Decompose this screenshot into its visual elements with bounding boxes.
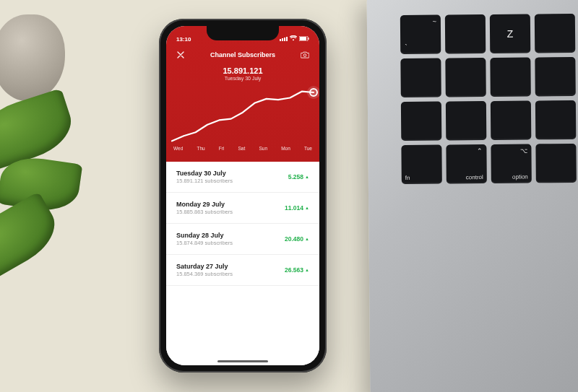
row-subscribers: 15.874.849 subscribers [176, 240, 233, 246]
svg-rect-1 [300, 37, 306, 40]
caret-up-icon: ▲ [305, 237, 309, 241]
row-delta: 5.258▲ [288, 173, 309, 180]
chart-axis-label: Fri [219, 146, 225, 151]
laptop-key [446, 101, 486, 140]
list-item[interactable]: Saturday 27 July15.854.369 subscribers26… [166, 255, 319, 286]
laptop-key [535, 144, 576, 183]
chart-axis-label: Wed [173, 146, 183, 151]
laptop-key [490, 57, 530, 96]
chart-axis-label: Mon [281, 146, 290, 151]
laptop-key-option: ⌥ option [491, 144, 531, 183]
list-item[interactable]: Sunday 28 July15.874.849 subscribers20.4… [166, 224, 319, 255]
caret-up-icon: ▲ [305, 175, 309, 179]
phone-device-frame: 13:10 Channel Subs [159, 19, 327, 373]
chart-x-axis: WedThuFriSatSunMonTue [166, 144, 319, 155]
chart-axis-label: Sat [238, 146, 246, 151]
list-item[interactable]: Monday 29 July15.885.863 subscribers11.0… [166, 193, 319, 224]
daily-subscribers-list[interactable]: Tuesday 30 July15.891.121 subscribers5.2… [166, 162, 319, 365]
row-date: Saturday 27 July [176, 263, 233, 270]
phone-notch [207, 26, 279, 40]
laptop-key: ~ ` [400, 15, 441, 54]
wifi-icon [290, 35, 297, 43]
row-date: Sunday 28 July [176, 232, 233, 239]
row-delta: 20.480▲ [285, 235, 309, 243]
row-delta: 11.014▲ [285, 204, 309, 212]
chart-axis-label: Tue [304, 146, 312, 151]
laptop-key-fn: fn [401, 145, 441, 184]
laptop-key [400, 58, 441, 97]
highlight-value: 15.891.121 [166, 66, 319, 75]
laptop-key [535, 100, 576, 139]
chart-axis-label: Thu [197, 146, 204, 151]
laptop-key [491, 100, 531, 139]
svg-rect-2 [308, 38, 309, 40]
laptop-key [401, 102, 441, 141]
chart-axis-label: Sun [259, 146, 267, 151]
caret-up-icon: ▲ [305, 206, 309, 210]
laptop-key: Z [490, 14, 530, 53]
subscribers-line-chart[interactable]: WedThuFriSatSunMonTue [166, 82, 319, 162]
close-icon[interactable] [175, 49, 186, 61]
svg-point-3 [303, 54, 306, 57]
laptop-key [535, 57, 575, 96]
laptop-key [445, 14, 486, 53]
laptop-decoration: ~ ` Z fn ⌃ control ⌥ option [367, 0, 578, 392]
laptop-key-control: ⌃ control [446, 144, 486, 183]
row-subscribers: 15.891.121 subscribers [176, 178, 233, 184]
app-header-panel: 13:10 Channel Subs [166, 26, 319, 162]
page-title: Channel Subscribers [210, 51, 275, 58]
chart-point-marker[interactable] [309, 88, 318, 97]
laptop-key [445, 58, 486, 97]
laptop-key [535, 14, 575, 53]
camera-icon[interactable] [299, 49, 311, 61]
status-time: 13:10 [176, 36, 191, 43]
home-indicator[interactable] [217, 360, 268, 362]
nav-bar: Channel Subscribers [166, 45, 319, 64]
row-delta: 26.563▲ [285, 266, 309, 274]
highlight-date: Tuesday 30 July [166, 76, 319, 81]
caret-up-icon: ▲ [305, 268, 309, 272]
phone-screen: 13:10 Channel Subs [166, 26, 319, 365]
row-subscribers: 15.854.369 subscribers [176, 271, 233, 277]
plant-decoration [0, 14, 101, 289]
chart-highlight: 15.891.121 Tuesday 30 July [166, 64, 319, 82]
signal-icon [280, 37, 288, 41]
row-subscribers: 15.885.863 subscribers [176, 209, 233, 215]
list-item[interactable]: Tuesday 30 July15.891.121 subscribers5.2… [166, 162, 319, 193]
row-date: Monday 29 July [176, 201, 233, 208]
row-date: Tuesday 30 July [176, 170, 233, 177]
battery-icon [299, 36, 309, 43]
